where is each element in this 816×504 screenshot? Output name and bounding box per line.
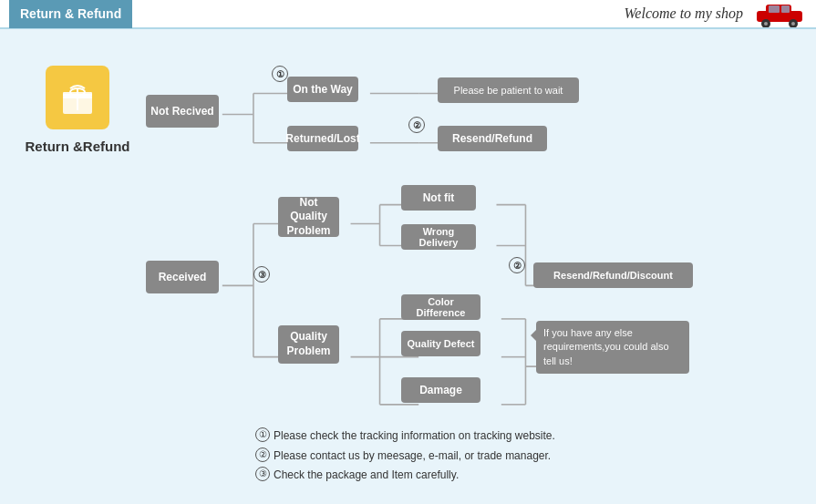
circle-3: ③ [253, 266, 270, 283]
diagram: Not Recived ① On the Way Returned/Lost ②… [137, 38, 798, 495]
node-quality-problem: Quality Problem [278, 325, 339, 364]
circle-2-middle: ② [509, 257, 525, 273]
node-please-be-patient: Please be patient to wait [438, 77, 579, 103]
main-content: Return &Refund [0, 29, 816, 504]
svg-point-5 [791, 22, 795, 26]
node-wrong-delivery: Wrong Delivery [401, 224, 476, 250]
circle-1: ① [272, 66, 288, 82]
car-icon [752, 0, 807, 27]
circle-2-top: ② [408, 117, 425, 133]
node-received: Received [146, 261, 219, 293]
node-resend-refund-top: Resend/Refund [438, 126, 547, 151]
footnote-2-text: Please contact us by meesage, e-mail, or… [274, 447, 551, 467]
header: Return & Refund Welcome to my shop [0, 0, 816, 29]
node-resend-refund-discount: Resend/Refund/Discount [533, 262, 693, 288]
footnote-3: ③ Check the package and Item carefully. [255, 466, 555, 486]
node-quality-defect: Quality Defect [401, 331, 480, 356]
header-welcome: Welcome to my shop [625, 5, 744, 22]
node-damage: Damage [401, 377, 480, 403]
info-callout-box: If you have any else requirements,you co… [536, 321, 689, 374]
node-not-quality-problem: Not Quality Problem [278, 197, 339, 237]
footnote-2-num: ② [255, 447, 270, 462]
footnote-1: ① Please check the tracking information … [255, 427, 555, 447]
node-returned-lost: Returned/Lost [287, 126, 358, 151]
svg-rect-7 [781, 5, 790, 13]
svg-point-4 [764, 22, 768, 26]
footnote-3-text: Check the package and Item carefully. [274, 466, 459, 486]
node-not-received: Not Recived [146, 95, 219, 128]
node-color-difference: Color Difference [401, 294, 480, 320]
return-refund-label: Return &Refund [26, 139, 130, 154]
left-panel: Return &Refund [18, 38, 137, 495]
footnote-1-num: ① [255, 427, 270, 442]
footnote-3-num: ③ [255, 467, 270, 481]
footnote-2: ② Please contact us by meesage, e-mail, … [255, 447, 555, 467]
header-title: Return & Refund [9, 0, 132, 28]
footnotes: ① Please check the tracking information … [255, 427, 555, 486]
node-on-the-way: On the Way [287, 77, 358, 102]
svg-rect-6 [769, 5, 780, 13]
node-not-fit: Not fit [401, 185, 476, 211]
gift-icon [46, 66, 109, 129]
footnote-1-text: Please check the tracking information on… [274, 427, 555, 447]
